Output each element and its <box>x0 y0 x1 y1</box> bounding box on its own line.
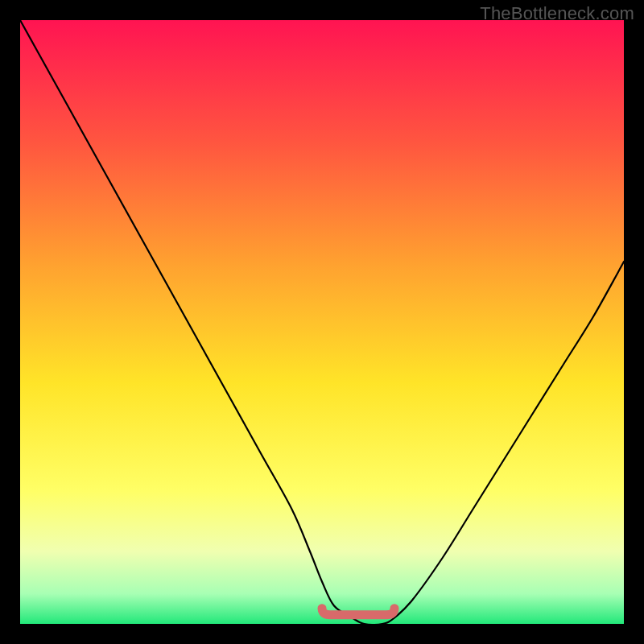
gradient-background <box>20 20 624 624</box>
bottleneck-curve-plot <box>20 20 624 624</box>
chart-stage: TheBottleneck.com <box>0 0 644 644</box>
